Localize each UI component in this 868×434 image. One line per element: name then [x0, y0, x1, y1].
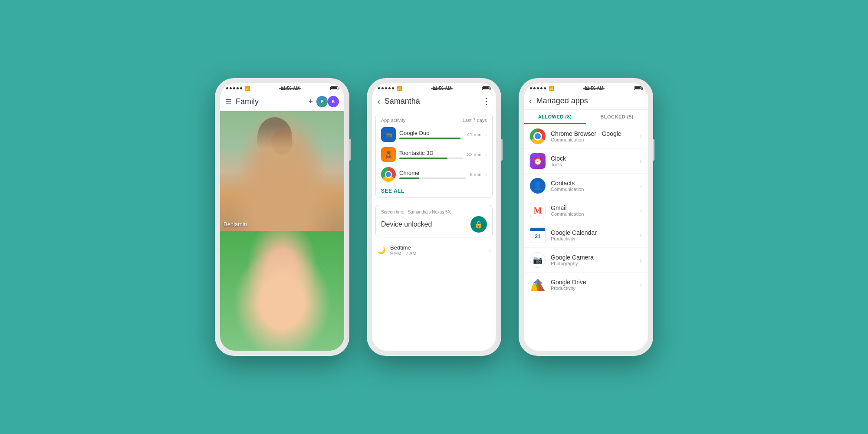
duo-progress-fill: [399, 138, 460, 139]
list-item-gcam[interactable]: 📷 Google Camera Photography ›: [524, 248, 648, 273]
family-title: Family: [236, 97, 308, 106]
chrome-browser-category: Communication: [551, 137, 635, 142]
managed-apps-tabs: ALLOWED (8) BLOCKED (5): [524, 110, 648, 124]
chrome-activity-chevron: ›: [485, 171, 487, 178]
gcal-date-num: 31: [535, 231, 540, 243]
side-button-2: [501, 139, 503, 161]
list-item-contacts[interactable]: 👤 Contacts Communication ›: [524, 174, 648, 198]
bedtime-content: Bedtime 9 PM - 7 AM: [390, 244, 484, 256]
chrome-activity-content: Chrome: [399, 170, 466, 179]
toontastic-activity-content: Toontastic 3D: [399, 150, 464, 159]
dot4: [388, 87, 391, 89]
list-item-chrome[interactable]: Chrome Browser - Google Communication ›: [524, 124, 648, 149]
back-button[interactable]: ‹: [377, 96, 380, 106]
samantha-header: ‹ Samantha ⋮: [372, 92, 496, 110]
bedtime-time: 9 PM - 7 AM: [390, 251, 484, 256]
duo-activity-content: Google Duo: [399, 130, 464, 139]
avatar-k[interactable]: K: [328, 96, 339, 107]
clock-info: Clock Tools: [551, 155, 635, 167]
dot3-3: [537, 87, 539, 89]
list-item-gcal[interactable]: 31 Google Calendar Productivity ›: [524, 223, 648, 248]
toontastic-name: Toontastic 3D: [399, 150, 464, 156]
gcam-category: Photography: [551, 261, 635, 266]
battery-icon-1: [330, 86, 338, 90]
phone-3: 📶 11:56 AM ‹ Managed apps ALLOWED (8) BL…: [519, 78, 653, 356]
app-activity-card: App activity Last 7 days 📹 Google Duo 41…: [375, 114, 493, 198]
phone-2-screen: 📶 11:56 AM ‹ Samantha ⋮ App activity Las…: [372, 83, 496, 351]
gmail-info: Gmail Communication: [551, 204, 635, 217]
screen-time-header-label: Screen time · Samantha's Nexus 5X: [381, 210, 487, 214]
gcam-app-icon: 📷: [530, 252, 546, 268]
gdrive-app-icon: [530, 277, 546, 293]
bedtime-item[interactable]: 🌙 Bedtime 9 PM - 7 AM ›: [372, 241, 496, 260]
gmail-name: Gmail: [551, 204, 635, 211]
gdrive-category: Productivity: [551, 286, 635, 291]
back-button-3[interactable]: ‹: [529, 96, 532, 106]
see-all-button[interactable]: SEE ALL: [376, 184, 492, 197]
gdrive-name: Google Drive: [551, 279, 635, 286]
dot4-3: [540, 87, 542, 89]
add-member-button[interactable]: +: [308, 97, 313, 106]
managed-app-list: Chrome Browser - Google Communication › …: [524, 124, 648, 351]
managed-apps-header: ‹ Managed apps: [524, 92, 648, 110]
toontastic-app-icon: 🧸: [381, 147, 396, 162]
activity-period: Last 7 days: [463, 118, 487, 123]
chrome-browser-icon: [530, 128, 546, 144]
battery-icon-3: [634, 86, 642, 90]
avatar-p[interactable]: P: [316, 96, 328, 107]
child-photo-benjamin[interactable]: Benjamin: [220, 111, 344, 231]
gcal-category: Productivity: [551, 236, 635, 241]
gmail-category: Communication: [551, 211, 635, 217]
menu-icon[interactable]: ☰: [225, 98, 231, 106]
family-header: ☰ Family + P K: [220, 92, 344, 111]
clock-list-chevron: ›: [640, 158, 642, 164]
clock-app-icon: ⏰: [530, 153, 546, 169]
list-item-gdrive[interactable]: Google Drive Productivity ›: [524, 273, 648, 297]
signal-dot-5: [240, 87, 242, 89]
signal-dots: 📶: [226, 86, 250, 91]
tab-allowed[interactable]: ALLOWED (8): [524, 110, 586, 124]
child-name-benjamin: Benjamin: [224, 221, 247, 227]
lock-device-button[interactable]: 🔒: [470, 216, 487, 233]
gcam-name: Google Camera: [551, 254, 635, 261]
managed-apps-title: Managed apps: [536, 96, 643, 105]
app-item-duo[interactable]: 📹 Google Duo 41 min ›: [376, 125, 492, 145]
gcal-top-bar: [530, 228, 545, 231]
activity-label: App activity: [381, 118, 405, 123]
list-item-clock[interactable]: ⏰ Clock Tools ›: [524, 149, 648, 174]
app-item-chrome-activity[interactable]: Chrome 9 min ›: [376, 164, 492, 184]
toontastic-time: 32 min: [467, 152, 481, 157]
app-item-toontastic[interactable]: 🧸 Toontastic 3D 32 min ›: [376, 145, 492, 164]
duo-app-icon: 📹: [381, 127, 396, 142]
time-display-1: 11:56 AM: [281, 86, 300, 91]
gcam-list-chevron: ›: [640, 256, 642, 263]
battery-fill-1: [331, 87, 337, 89]
more-options-button[interactable]: ⋮: [482, 96, 491, 106]
duo-chevron: ›: [485, 131, 487, 138]
contacts-info: Contacts Communication: [551, 180, 635, 192]
time-display-3: 11:56 AM: [585, 86, 604, 91]
child-photo-girl[interactable]: [220, 231, 344, 351]
contacts-category: Communication: [551, 187, 635, 192]
dot3: [385, 87, 387, 89]
phone-3-screen: 📶 11:56 AM ‹ Managed apps ALLOWED (8) BL…: [524, 83, 648, 351]
status-bar-1: 📶 11:56 AM: [220, 83, 344, 92]
bedtime-label: Bedtime: [390, 244, 484, 251]
signal-dots-3: 📶: [530, 86, 554, 91]
header-actions: + P K: [308, 96, 339, 107]
duo-name: Google Duo: [399, 130, 464, 136]
tab-blocked[interactable]: BLOCKED (5): [586, 110, 648, 124]
phone-2: 📶 11:56 AM ‹ Samantha ⋮ App activity Las…: [367, 78, 501, 356]
battery-fill-3: [635, 87, 641, 89]
svg-marker-6: [537, 279, 545, 291]
dot1-3: [530, 87, 532, 89]
gmail-app-icon: M: [530, 203, 546, 218]
chrome-activity-app-icon: [381, 167, 396, 182]
signal-dot-3: [233, 87, 235, 89]
status-bar-3: 📶 11:56 AM: [524, 83, 648, 92]
bedtime-chevron: ›: [489, 247, 491, 254]
list-item-gmail[interactable]: M Gmail Communication ›: [524, 198, 648, 223]
phone-1: 📶 11:56 AM ☰ Family + P K: [215, 78, 349, 356]
toontastic-progress-fill: [399, 158, 447, 159]
signal-dot-1: [226, 87, 228, 89]
